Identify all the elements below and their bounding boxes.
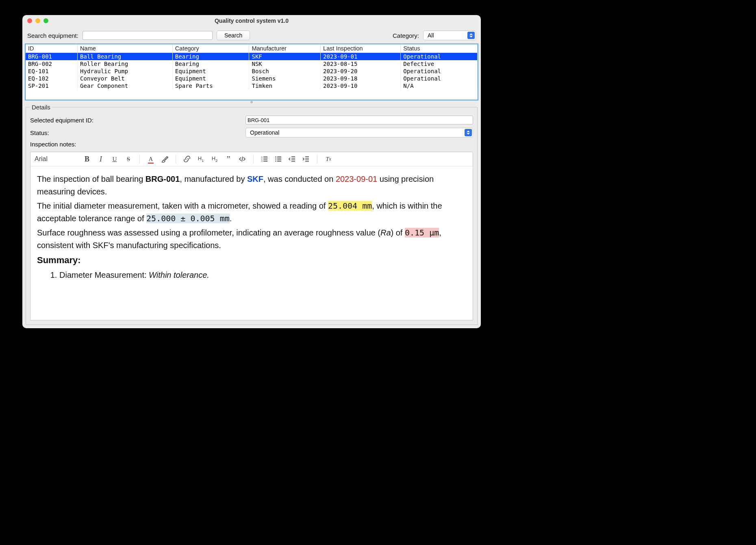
column-header[interactable]: Manufacturer — [249, 44, 321, 53]
notes-label: Inspection notes: — [30, 141, 245, 148]
selected-id-label: Selected equipment ID: — [30, 117, 245, 124]
rich-text-editor: Arial B I U S A — [30, 152, 473, 320]
notes-text: . — [230, 214, 232, 223]
table-cell: Ball Bearing — [78, 53, 173, 61]
notes-text: , manufactured by — [180, 174, 247, 183]
updown-icon — [465, 129, 472, 136]
column-header[interactable]: Status — [401, 44, 478, 53]
notes-summary-heading: Summary: — [37, 253, 466, 267]
underline-icon[interactable]: U — [111, 155, 118, 163]
notes-date: 2023-09-01 — [336, 174, 377, 183]
table-cell: 2023-08-15 — [321, 60, 401, 68]
table-cell: Siemens — [249, 75, 321, 82]
link-icon[interactable] — [183, 155, 191, 163]
zoom-window-button[interactable] — [43, 18, 48, 23]
search-toolbar: Search equipment: Search Category: All — [22, 26, 481, 44]
indent-icon[interactable] — [302, 155, 310, 163]
search-input[interactable] — [83, 31, 213, 40]
notes-manufacturer: SKF — [247, 174, 263, 183]
font-family-select[interactable]: Arial — [35, 155, 76, 163]
table-cell: Spare Parts — [172, 82, 249, 89]
notes-text: ) of — [391, 228, 405, 237]
close-window-button[interactable] — [27, 18, 32, 23]
selected-id-field[interactable] — [245, 116, 473, 124]
notes-text: The inspection of ball bearing — [37, 174, 146, 183]
heading1-icon[interactable]: H1 — [197, 155, 204, 163]
column-header[interactable]: Category — [172, 44, 249, 53]
status-select-value: Operational — [250, 129, 279, 136]
italic-icon[interactable]: I — [97, 155, 104, 163]
table-cell: Hydraulic Pump — [78, 68, 173, 75]
table-cell: Bosch — [249, 68, 321, 75]
table-cell: EQ-101 — [26, 68, 78, 75]
notes-text: The initial diameter measurement, taken … — [37, 201, 328, 210]
splitter-handle[interactable] — [22, 100, 481, 104]
window-title: Quality control system v1.0 — [22, 17, 481, 24]
svg-point-3 — [275, 157, 276, 158]
search-button[interactable]: Search — [217, 31, 250, 40]
status-select[interactable]: Operational — [245, 128, 473, 137]
table-cell: 2023-09-01 — [321, 53, 401, 61]
text-color-icon[interactable]: A — [147, 155, 154, 163]
table-cell: Defective — [401, 60, 478, 68]
table-cell: SKF — [249, 53, 321, 61]
code-icon[interactable] — [239, 155, 246, 163]
notes-ra-symbol: Ra — [380, 228, 391, 237]
details-legend: Details — [30, 104, 52, 111]
titlebar: Quality control system v1.0 — [22, 15, 481, 26]
summary-item-label: Diameter Measurement: — [59, 270, 149, 279]
table-cell: NSK — [249, 60, 321, 68]
column-header[interactable]: Name — [78, 44, 173, 53]
summary-item-value: Within tolerance. — [149, 270, 209, 279]
table-cell: N/A — [401, 82, 478, 89]
strikethrough-icon[interactable]: S — [125, 155, 132, 163]
summary-item: Diameter Measurement: Within tolerance. — [59, 269, 466, 281]
category-label: Category: — [393, 32, 419, 39]
notes-text: , was conducted on — [263, 174, 336, 183]
table-cell: Timken — [249, 82, 321, 89]
font-family-value: Arial — [35, 155, 48, 163]
table-cell: Equipment — [172, 75, 249, 82]
table-cell: Bearing — [172, 53, 249, 61]
notes-roughness: 0.15 μm — [405, 228, 439, 238]
column-header[interactable]: Last Inspection — [321, 44, 401, 53]
outdent-icon[interactable] — [289, 155, 296, 163]
svg-point-5 — [275, 161, 276, 162]
highlight-color-icon[interactable] — [161, 155, 168, 163]
table-cell: Gear Component — [78, 82, 173, 89]
table-cell: Operational — [401, 53, 478, 61]
svg-text:3: 3 — [261, 160, 263, 162]
table-row[interactable]: SP-201Gear ComponentSpare PartsTimken202… — [26, 82, 478, 89]
table-cell: EQ-102 — [26, 75, 78, 82]
table-cell: Operational — [401, 68, 478, 75]
status-label: Status: — [30, 129, 245, 136]
notes-tolerance: 25.000 ± 0.005 mm — [146, 214, 230, 223]
details-panel: Details Selected equipment ID: Status: O… — [26, 104, 478, 325]
notes-text: Surface roughness was assessed using a p… — [37, 228, 380, 237]
heading2-icon[interactable]: H2 — [211, 155, 218, 163]
app-window: Quality control system v1.0 Search equip… — [22, 15, 481, 328]
unordered-list-icon[interactable] — [275, 155, 282, 163]
table-cell: Equipment — [172, 68, 249, 75]
ordered-list-icon[interactable]: 123 — [261, 155, 268, 163]
table-cell: 2023-09-10 — [321, 82, 401, 89]
bold-icon[interactable]: B — [83, 155, 91, 163]
clear-formatting-icon[interactable]: Tx — [325, 155, 332, 163]
window-controls — [22, 18, 48, 23]
table-cell: Bearing — [172, 60, 249, 68]
table-row[interactable]: BRG-002Roller BearingBearingNSK2023-08-1… — [26, 60, 478, 68]
table-row[interactable]: EQ-101Hydraulic PumpEquipmentBosch2023-0… — [26, 68, 478, 75]
updown-icon — [467, 32, 475, 39]
category-select-value: All — [428, 32, 434, 39]
table-cell: Roller Bearing — [78, 60, 173, 68]
category-select[interactable]: All — [423, 31, 476, 40]
editor-content[interactable]: The inspection of ball bearing BRG-001, … — [30, 166, 473, 289]
table-row[interactable]: BRG-001Ball BearingBearingSKF2023-09-01O… — [26, 53, 478, 61]
blockquote-icon[interactable]: ” — [225, 155, 232, 163]
table-row[interactable]: EQ-102Conveyor BeltEquipmentSiemens2023-… — [26, 75, 478, 82]
table-cell: BRG-001 — [26, 53, 78, 61]
column-header[interactable]: ID — [26, 44, 78, 53]
minimize-window-button[interactable] — [35, 18, 40, 23]
table-cell: BRG-002 — [26, 60, 78, 68]
equipment-table[interactable]: IDNameCategoryManufacturerLast Inspectio… — [25, 44, 478, 100]
